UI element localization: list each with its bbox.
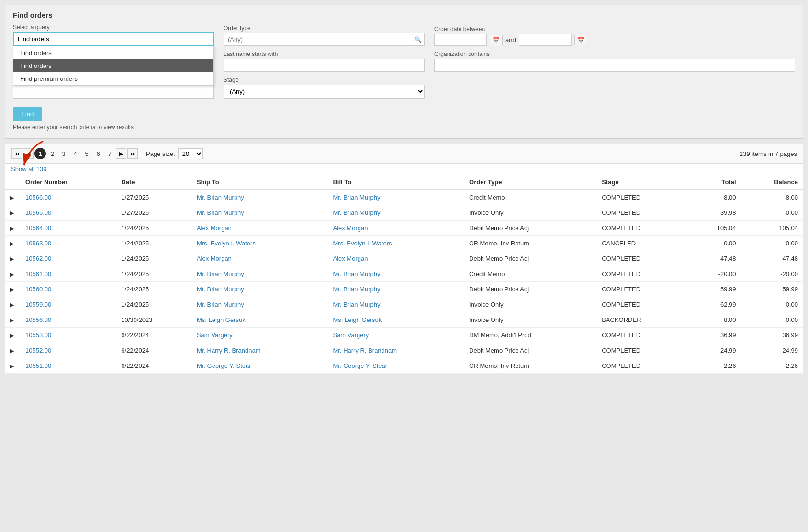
ship-to-link[interactable]: Mr. Brian Murphy (197, 286, 244, 293)
next-page-button[interactable]: ▶ (116, 148, 126, 159)
select-query-dropdown[interactable]: Find orders Find premium orders (13, 32, 214, 46)
dropdown-item-find-premium[interactable]: Find premium orders (13, 72, 213, 85)
date-range-row: 📅 and 📅 (434, 34, 795, 46)
last-name-input[interactable] (224, 59, 425, 72)
bill-to-link[interactable]: Ms. Leigh Gersuk (333, 316, 382, 323)
bill-to-link[interactable]: Alex Morgan (333, 224, 368, 232)
stage-select[interactable]: (Any) COMPLETED CANCELED BACKORDER PENDI… (224, 85, 425, 99)
col-total: Total (688, 175, 741, 190)
ship-to-cell: Mr. George Y. Stear (192, 358, 328, 374)
col-balance: Balance (741, 175, 803, 190)
expand-cell: ▶ (5, 328, 21, 343)
calendar-to-button[interactable]: 📅 (574, 35, 587, 45)
bill-to-link[interactable]: Mr. George Y. Stear (333, 362, 387, 369)
bill-to-link[interactable]: Mr. Brian Murphy (333, 209, 380, 216)
ship-to-link[interactable]: Mr. Brian Murphy (197, 270, 244, 277)
bill-to-link[interactable]: Mr. Harry R. Brandnam (333, 347, 397, 354)
page-6-button[interactable]: 6 (93, 148, 103, 159)
expand-icon[interactable]: ▶ (10, 210, 14, 216)
ship-to-link[interactable]: Mr. Brian Murphy (197, 301, 244, 308)
total-cell: 62.99 (688, 297, 741, 312)
stage-cell: COMPLETED (597, 221, 688, 236)
order-number-link[interactable]: 10556.00 (25, 316, 51, 323)
bill-to-link[interactable]: Mr. Brian Murphy (333, 301, 380, 308)
bill-to-link[interactable]: Alex Morgan (333, 255, 368, 262)
balance-cell: -8.00 (741, 190, 803, 205)
bill-to-link[interactable]: Mr. Brian Murphy (333, 194, 380, 201)
expand-icon[interactable]: ▶ (10, 195, 14, 200)
expand-icon[interactable]: ▶ (10, 256, 14, 262)
expand-icon[interactable]: ▶ (10, 287, 14, 292)
page-5-button[interactable]: 5 (81, 148, 92, 159)
bill-to-link[interactable]: Mrs. Evelyn I. Waters (333, 240, 392, 247)
date-from-input[interactable] (434, 34, 487, 46)
ship-to-link[interactable]: Ms. Leigh Gersuk (197, 316, 246, 323)
order-date-label: Order date between (434, 26, 795, 33)
page-4-button[interactable]: 4 (70, 148, 80, 159)
ship-to-cell: Mr. Brian Murphy (192, 205, 328, 221)
col-order-number (5, 175, 21, 190)
order-number-link[interactable]: 10561.00 (25, 270, 51, 277)
ship-to-link[interactable]: Mr. Brian Murphy (197, 209, 244, 216)
bill-to-link[interactable]: Mr. Brian Murphy (333, 286, 380, 293)
table-row: ▶ 10552.00 6/22/2024 Mr. Harry R. Brandn… (5, 343, 803, 358)
dropdown-item-find-orders-active[interactable]: Find orders (13, 59, 213, 72)
expand-icon[interactable]: ▶ (10, 302, 14, 308)
page-3-button[interactable]: 3 (58, 148, 69, 159)
ship-to-link[interactable]: Mr. Harry R. Brandnam (197, 347, 261, 354)
order-number-link[interactable]: 10552.00 (25, 347, 51, 354)
page-size-select[interactable]: 20 50 100 (178, 148, 203, 159)
ship-to-link[interactable]: Mrs. Evelyn I. Waters (197, 240, 256, 247)
find-button[interactable]: Find (13, 107, 42, 121)
total-cell: 105.04 (688, 221, 741, 236)
ship-to-link[interactable]: Alex Morgan (197, 255, 232, 262)
expand-icon[interactable]: ▶ (10, 363, 14, 369)
ship-to-link[interactable]: Mr. Brian Murphy (197, 194, 244, 201)
last-page-button[interactable]: ⏭ (127, 148, 138, 159)
order-number-link[interactable]: 10563.00 (25, 240, 51, 247)
expand-icon[interactable]: ▶ (10, 241, 14, 246)
ship-to-link[interactable]: Alex Morgan (197, 224, 232, 232)
balance-cell: 0.00 (741, 236, 803, 251)
expand-icon[interactable]: ▶ (10, 271, 14, 277)
order-number-link[interactable]: 10553.00 (25, 332, 51, 339)
col-stage: Stage (597, 175, 688, 190)
expand-icon[interactable]: ▶ (10, 317, 14, 323)
page-size-label: Page size: (146, 150, 175, 157)
expand-cell: ▶ (5, 251, 21, 266)
ship-to-link[interactable]: Mr. George Y. Stear (197, 362, 251, 369)
order-number-link[interactable]: 10559.00 (25, 301, 51, 308)
order-number-link[interactable]: 10564.00 (25, 224, 51, 232)
col-order-type: Order Type (464, 175, 597, 190)
org-label: Organization contains (434, 51, 795, 57)
order-number-link[interactable]: 10562.00 (25, 255, 51, 262)
expand-cell: ▶ (5, 205, 21, 221)
item-name-input[interactable] (13, 86, 214, 99)
dropdown-item-find-orders[interactable]: Find orders (13, 46, 213, 59)
expand-icon[interactable]: ▶ (10, 225, 14, 231)
order-number-link[interactable]: 10551.00 (25, 362, 51, 369)
find-orders-panel: Find orders Select a query Find orders F… (5, 5, 803, 139)
org-input[interactable] (434, 59, 795, 72)
total-cell: 59.99 (688, 282, 741, 297)
show-all-link[interactable]: Show all 139 (5, 164, 803, 175)
ship-to-link[interactable]: Sam Vargery (197, 332, 233, 339)
order-number-link[interactable]: 10565.00 (25, 209, 51, 216)
bill-to-link[interactable]: Sam Vargery (333, 332, 369, 339)
date-to-input[interactable] (519, 34, 572, 46)
order-number-link[interactable]: 10560.00 (25, 286, 51, 293)
calendar-from-button[interactable]: 📅 (490, 35, 503, 45)
order-type-input[interactable] (224, 33, 425, 46)
page-7-button[interactable]: 7 (104, 148, 115, 159)
expand-icon[interactable]: ▶ (10, 332, 14, 338)
ship-to-cell: Ms. Leigh Gersuk (192, 312, 328, 328)
date-cell: 1/27/2025 (116, 205, 192, 221)
order-number-link[interactable]: 10566.00 (25, 194, 51, 201)
order-type-cell: Invoice Only (464, 205, 597, 221)
expand-icon[interactable]: ▶ (10, 348, 14, 354)
ship-to-cell: Mr. Brian Murphy (192, 266, 328, 282)
bill-to-link[interactable]: Mr. Brian Murphy (333, 270, 380, 277)
red-arrow-annotation (14, 139, 57, 172)
table-row: ▶ 10560.00 1/24/2025 Mr. Brian Murphy Mr… (5, 282, 803, 297)
stage-cell: COMPLETED (597, 358, 688, 374)
